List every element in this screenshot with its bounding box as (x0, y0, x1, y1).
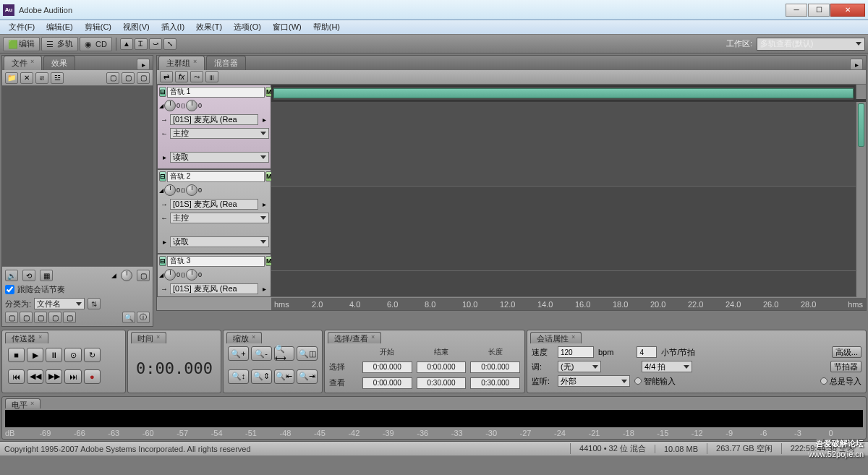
tab-transport[interactable]: 传送器× (5, 332, 48, 343)
menu-window[interactable]: 窗口(W) (267, 20, 307, 34)
track-name-input[interactable] (167, 171, 265, 182)
volume-knob[interactable] (164, 269, 176, 281)
bars-input[interactable] (637, 346, 657, 358)
mute-button[interactable]: M (265, 171, 271, 181)
automation-mode-select[interactable]: 读取 (170, 152, 269, 163)
close-icon[interactable]: × (371, 333, 375, 343)
info-button[interactable]: ⓘ (137, 312, 150, 323)
view-begin[interactable]: 0:00.000 (362, 377, 412, 389)
vertical-scrollbar[interactable] (856, 102, 866, 297)
preview-extra-button[interactable]: ▢ (137, 270, 150, 281)
insert-multitrack-button[interactable]: ⎚ (35, 72, 48, 84)
tab-time[interactable]: 时间× (131, 332, 166, 343)
sort-select[interactable]: 文件名 (34, 298, 85, 309)
zoom-full-button[interactable]: 🔍⟷ (274, 346, 295, 361)
track-lane-2[interactable] (271, 187, 856, 271)
monitor-select[interactable]: 外部 (558, 375, 630, 387)
menu-options[interactable]: 选项(O) (228, 20, 267, 34)
tool-hybrid[interactable]: ⤻ (149, 38, 162, 50)
tab-files[interactable]: 文件× (4, 56, 42, 70)
sends-button[interactable]: ⤳ (190, 71, 203, 82)
loop-button[interactable]: ↻ (84, 348, 101, 362)
workspace-selector[interactable]: 多轨查看(默认) (757, 38, 865, 51)
rewind-button[interactable]: ◀◀ (27, 369, 43, 384)
zoom-in-h-button[interactable]: 🔍+ (228, 346, 249, 361)
smart-input-radio[interactable]: 智能输入 (634, 376, 676, 387)
pan-knob[interactable] (186, 269, 197, 281)
track-input-select[interactable]: [01S] 麦克风 (Rea (170, 199, 258, 210)
zoom-in-right-button[interactable]: 🔍⇥ (297, 369, 318, 384)
inputs-button[interactable]: ⇄ (160, 71, 173, 82)
expand-icon[interactable]: ▸ (259, 114, 269, 124)
key-select[interactable]: (无) (558, 361, 601, 372)
go-end-button[interactable]: ⏭ (64, 369, 81, 384)
menu-clip[interactable]: 剪辑(C) (79, 20, 117, 34)
track-lane-1[interactable] (271, 102, 856, 187)
tab-level[interactable]: 电平× (5, 398, 41, 408)
sort-order-button[interactable]: ⇅ (88, 298, 101, 309)
close-file-button[interactable]: ✕ (20, 72, 33, 84)
automation-mode-select[interactable]: 读取 (170, 236, 269, 247)
menu-effects[interactable]: 效果(T) (190, 20, 228, 34)
follow-tempo-checkbox[interactable] (5, 285, 14, 294)
tab-main-group[interactable]: 主群组× (158, 56, 205, 70)
menu-view[interactable]: 视图(V) (117, 20, 156, 34)
track-input-select[interactable]: [01S] 麦克风 (Rea (170, 283, 258, 294)
search-button[interactable]: 🔍 (122, 312, 135, 323)
filter-c-button[interactable]: ▢ (34, 312, 47, 323)
sel-end[interactable]: 0:00.000 (417, 361, 467, 373)
preview-loop-button[interactable]: ⟲ (22, 270, 35, 281)
stop-button[interactable]: ■ (8, 348, 25, 362)
mute-button[interactable]: M (265, 256, 271, 266)
preview-volume-knob[interactable] (121, 270, 132, 281)
track-icon[interactable]: ⊟ (159, 87, 166, 97)
tool-time-select[interactable]: Ꮖ (135, 38, 148, 50)
timeline-overview[interactable] (273, 86, 854, 100)
pause-button[interactable]: ⏸ (46, 348, 62, 362)
menu-insert[interactable]: 插入(I) (156, 20, 190, 34)
track-icon[interactable]: ⊟ (159, 171, 166, 181)
track-3[interactable]: ⊟ M S R ◢ 0 ⟨⟩ 0 →[01S] 麦克风 (Rea▸ (157, 254, 271, 297)
track-1[interactable]: ⊟ M S R ◢ 0 ⟨⟩ 0 →[01S] 麦克风 (Rea▸ (157, 85, 271, 169)
zoom-in-left-button[interactable]: 🔍⇤ (274, 369, 295, 384)
panel-menu-icon[interactable]: ▸ (137, 59, 150, 70)
scrollbar-thumb[interactable] (858, 103, 864, 147)
tab-effects[interactable]: 效果 (43, 56, 75, 70)
go-start-button[interactable]: ⏮ (8, 369, 25, 384)
track-lanes[interactable] (271, 102, 856, 297)
zoom-out-h-button[interactable]: 🔍- (251, 346, 272, 361)
always-input-radio[interactable]: 总是导入 (820, 376, 861, 387)
sel-begin[interactable]: 0:00.000 (362, 361, 412, 373)
expand-icon[interactable]: ▸ (259, 283, 269, 294)
track-name-input[interactable] (167, 87, 265, 98)
fx-button[interactable]: fx (175, 71, 188, 82)
menu-edit[interactable]: 编辑(E) (41, 20, 79, 34)
record-button[interactable]: ● (84, 369, 101, 384)
mode-multitrack-button[interactable]: ☰多轨 (41, 37, 78, 51)
tab-selview[interactable]: 选择/查看× (328, 332, 381, 343)
track-2[interactable]: ⊟ M S R ◢ 0 ⟨⟩ 0 →[01S] 麦克风 (Rea▸ (157, 169, 271, 254)
menu-file[interactable]: 文件(F) (3, 20, 41, 34)
tempo-input[interactable] (558, 346, 594, 358)
import-file-button[interactable]: 📁 (5, 72, 18, 84)
overview-range[interactable] (273, 88, 854, 98)
close-icon[interactable]: × (571, 333, 575, 343)
filter-e-button[interactable]: ▢ (63, 312, 76, 323)
preview-auto-button[interactable]: ▦ (40, 270, 53, 281)
tab-session[interactable]: 会话属性× (530, 332, 582, 343)
track-input-select[interactable]: [01S] 麦克风 (Rea (170, 114, 258, 125)
minimize-button[interactable]: ─ (786, 4, 807, 17)
close-icon[interactable]: × (156, 333, 160, 343)
volume-knob[interactable] (164, 100, 176, 111)
preview-play-button[interactable]: 🔊 (5, 270, 18, 281)
forward-button[interactable]: ▶▶ (46, 369, 62, 384)
option-b-button[interactable]: ▢ (122, 72, 135, 84)
maximize-button[interactable]: ☐ (808, 4, 830, 17)
vertical-scrollbar[interactable] (856, 85, 866, 99)
edit-file-button[interactable]: ☳ (51, 72, 64, 84)
zoom-out-v-button[interactable]: 🔍⇕ (251, 369, 272, 384)
close-icon[interactable]: × (38, 333, 42, 343)
track-lane-3[interactable] (271, 271, 856, 297)
zoom-in-v-button[interactable]: 🔍↕ (228, 369, 249, 384)
option-a-button[interactable]: ▢ (106, 72, 119, 84)
